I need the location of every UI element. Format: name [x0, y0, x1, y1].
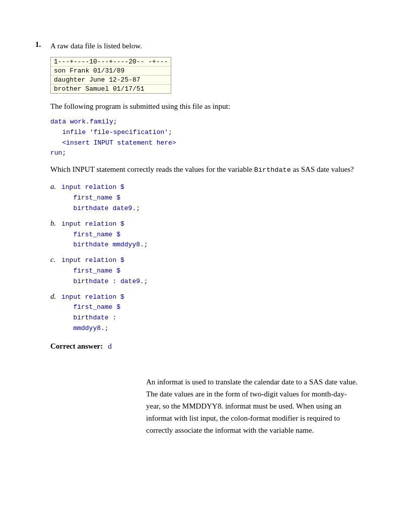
correct-answer-value: d	[108, 342, 112, 351]
option-c: c. input relation $ first_name $ birthda…	[50, 255, 376, 287]
explanation-block: An informat is used to translate the cal…	[146, 376, 376, 436]
option-c-label: c.	[50, 255, 59, 264]
option-b: b. input relation $ first_name $ birthda…	[50, 219, 376, 250]
question-container: 1. A raw data file is listed below. 1---…	[35, 40, 376, 366]
question-body: A raw data file is listed below. 1---+--…	[50, 40, 376, 366]
data-file-row-2: daughter June 12-25-87	[51, 76, 171, 85]
data-file-row-1: son Frank 01/31/89	[51, 66, 171, 76]
explanation-text: An informat is used to translate the cal…	[146, 376, 358, 436]
code-block: data work.family; infile 'file-specifica…	[50, 117, 376, 159]
code-pre: data work.family; infile 'file-specifica…	[50, 117, 376, 159]
question-text-before: Which INPUT statement correctly reads th…	[50, 165, 254, 173]
question-inline-code: Birthdate	[254, 166, 291, 174]
question-number: 1.	[35, 40, 45, 366]
option-a-code: input relation $ first_name $ birthdate …	[61, 182, 140, 214]
correct-answer-row: Correct answer: d	[50, 342, 376, 351]
data-file-box: 1---+----10---+----20-- -+--- son Frank …	[50, 57, 171, 94]
question-text: Which INPUT statement correctly reads th…	[50, 164, 376, 175]
question-text-after: as SAS date values?	[291, 165, 354, 173]
data-file-row-3: brother Samuel 01/17/51	[51, 85, 171, 93]
option-b-code: input relation $ first_name $ birthdate …	[61, 219, 148, 250]
option-d-code: input relation $ first_name $ birthdate …	[61, 292, 124, 334]
option-a: a. input relation $ first_name $ birthda…	[50, 182, 376, 214]
correct-answer-label: Correct answer:	[50, 342, 103, 351]
intro-text: A raw data file is listed below.	[50, 40, 376, 52]
options-list: a. input relation $ first_name $ birthda…	[50, 182, 376, 334]
option-b-label: b.	[50, 219, 59, 228]
option-d-label: d.	[50, 292, 59, 301]
option-d: d. input relation $ first_name $ birthda…	[50, 292, 376, 334]
data-file-header: 1---+----10---+----20-- -+---	[51, 57, 171, 66]
option-a-label: a.	[50, 182, 59, 191]
option-c-code: input relation $ first_name $ birthdate …	[61, 255, 148, 287]
program-intro: The following program is submitted using…	[50, 101, 376, 112]
